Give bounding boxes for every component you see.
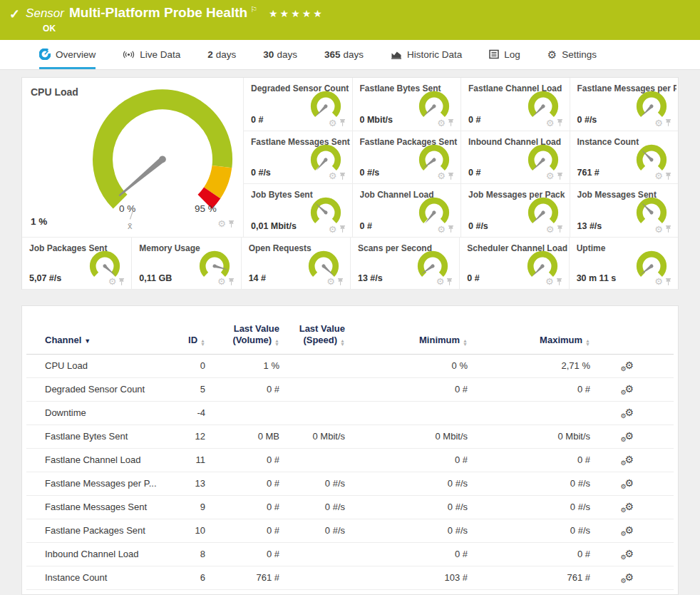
table-row-cpu-load[interactable]: CPU Load01 %0 %2,71 %⚙⚙ — [26, 355, 674, 378]
gauge-panel-scans-per-second[interactable]: Scans per Second13 #/s⚙ — [350, 238, 459, 290]
table-row-fastlane-channel-load[interactable]: Fastlane Channel Load110 #0 #0 #⚙⚙ — [26, 449, 674, 472]
table-row-inbound-channel-load[interactable]: Inbound Channel Load80 #0 #0 #⚙⚙ — [26, 543, 674, 566]
cell-channel[interactable]: Instance Count — [45, 572, 173, 583]
gear-icon[interactable]: ⚙ — [654, 277, 663, 286]
pin-icon[interactable] — [448, 225, 454, 233]
pin-icon[interactable] — [339, 118, 346, 127]
gear-icon[interactable]: ⚙ — [437, 118, 446, 128]
channel-settings-icon[interactable]: ⚙⚙ — [624, 384, 634, 394]
pin-icon[interactable] — [556, 278, 562, 286]
gauge-panel-job-bytes-sent[interactable]: Job Bytes Sent0,01 Mbit/s⚙ — [243, 184, 352, 238]
pin-icon[interactable] — [557, 225, 563, 233]
channel-settings-icon[interactable]: ⚙⚙ — [624, 478, 634, 488]
gauge-panel-job-messages-per-pack[interactable]: Job Messages per Pack0 #/s⚙ — [460, 184, 570, 238]
pin-icon[interactable] — [228, 220, 235, 228]
gear-icon[interactable]: ⚙ — [436, 277, 445, 286]
gear-icon[interactable]: ⚙ — [326, 277, 335, 286]
pin-icon[interactable] — [337, 278, 344, 286]
gauge-panel-memory-usage[interactable]: Memory Usage0,11 GB⚙ — [131, 238, 240, 290]
table-row-fastlane-bytes-sent[interactable]: Fastlane Bytes Sent120 MB0 Mbit/s0 Mbit/… — [26, 425, 674, 449]
pin-icon[interactable] — [118, 278, 125, 286]
gear-icon[interactable]: ⚙ — [217, 219, 226, 228]
tab-2-days[interactable]: 2days — [207, 40, 236, 69]
pin-icon[interactable] — [557, 172, 563, 180]
cell-channel[interactable]: Fastlane Packages Sent — [45, 525, 173, 536]
col-header-id[interactable]: ID▲▼ — [173, 335, 205, 346]
gear-icon[interactable]: ⚙ — [329, 118, 337, 128]
channel-settings-icon[interactable]: ⚙⚙ — [624, 502, 634, 512]
cell-channel[interactable]: CPU Load — [45, 360, 173, 371]
table-row-fastlane-packages-sent[interactable]: Fastlane Packages Sent100 #0 #/s0 #/s0 #… — [26, 519, 674, 543]
table-row-fastlane-messages-sent[interactable]: Fastlane Messages Sent90 #0 #/s0 #/s0 #/… — [26, 496, 674, 519]
channel-settings-icon[interactable]: ⚙⚙ — [624, 407, 634, 417]
gauge-panel-degraded-sensor-count[interactable]: Degraded Sensor Count0 #⚙ — [243, 78, 352, 131]
channel-settings-icon[interactable]: ⚙⚙ — [624, 431, 634, 441]
gear-icon[interactable]: ⚙ — [546, 118, 555, 128]
gear-icon[interactable]: ⚙ — [654, 171, 663, 180]
col-header-last-value-volume[interactable]: Last Value(Volume)▲▼ — [205, 323, 279, 347]
table-row-fastlane-messages-per-p[interactable]: Fastlane Messages per P...130 #0 #/s0 #/… — [26, 472, 674, 496]
gear-icon[interactable]: ⚙ — [108, 277, 117, 286]
cell-channel[interactable]: Downtime — [45, 407, 173, 418]
tab-log[interactable]: Log — [489, 40, 520, 69]
tab-30-days[interactable]: 30days — [263, 40, 297, 69]
gear-icon[interactable]: ⚙ — [546, 171, 555, 180]
channel-settings-icon[interactable]: ⚙⚙ — [624, 572, 634, 582]
gauge-panel-fastlane-messages-sent[interactable]: Fastlane Messages Sent0 #/s⚙ — [243, 131, 352, 185]
pin-icon[interactable] — [339, 225, 346, 233]
pin-icon[interactable] — [448, 172, 454, 180]
col-header-last-value-speed[interactable]: Last Value(Speed)▲▼ — [279, 323, 345, 347]
gauge-panel-instance-count[interactable]: Instance Count761 #⚙ — [570, 131, 679, 185]
col-header-channel[interactable]: Channel▼ — [45, 335, 173, 346]
pin-icon[interactable] — [557, 118, 563, 127]
tab-365-days[interactable]: 365days — [324, 40, 364, 69]
table-row-degraded-sensor-count[interactable]: Degraded Sensor Count50 #0 #0 #⚙⚙ — [26, 378, 674, 402]
channel-settings-icon[interactable]: ⚙⚙ — [624, 525, 634, 535]
gauge-panel-open-requests[interactable]: Open Requests14 #⚙ — [241, 238, 350, 290]
channel-settings-icon[interactable]: ⚙⚙ — [624, 549, 634, 559]
gear-icon[interactable]: ⚙ — [329, 171, 337, 180]
flag-icon[interactable]: ⚐ — [250, 5, 257, 14]
col-header-maximum[interactable]: Maximum▲▼ — [468, 335, 590, 346]
gauge-panel-fastlane-channel-load[interactable]: Fastlane Channel Load0 #⚙ — [460, 78, 570, 131]
tab-historic-data[interactable]: Historic Data — [391, 40, 462, 69]
gear-icon[interactable]: ⚙ — [654, 118, 663, 128]
tab-live-data[interactable]: Live Data — [123, 40, 180, 69]
col-header-minimum[interactable]: Minimum▲▼ — [345, 335, 468, 346]
pin-icon[interactable] — [228, 278, 235, 286]
cell-channel[interactable]: Degraded Sensor Count — [45, 384, 173, 395]
gear-icon[interactable]: ⚙ — [329, 225, 337, 234]
gear-icon[interactable]: ⚙ — [217, 277, 226, 286]
gauge-panel-fastlane-messages-per-pack[interactable]: Fastlane Messages per Pack0 #/s⚙ — [570, 78, 679, 131]
gear-icon[interactable]: ⚙ — [654, 225, 663, 234]
pin-icon[interactable] — [448, 118, 454, 127]
cell-channel[interactable]: Fastlane Messages Sent — [45, 502, 173, 512]
gear-icon[interactable]: ⚙ — [545, 277, 554, 286]
pin-icon[interactable] — [665, 118, 671, 127]
cell-channel[interactable]: Fastlane Channel Load — [45, 454, 173, 465]
priority-stars[interactable]: ★★★★★ — [269, 8, 324, 19]
pin-icon[interactable] — [665, 278, 671, 286]
channel-settings-icon[interactable]: ⚙⚙ — [624, 360, 634, 370]
gauge-panel-fastlane-bytes-sent[interactable]: Fastlane Bytes Sent0 Mbit/s⚙ — [352, 78, 461, 131]
pin-icon[interactable] — [339, 172, 346, 180]
table-row-instance-count[interactable]: Instance Count6761 #103 #761 #⚙⚙ — [26, 566, 674, 590]
pin-icon[interactable] — [665, 225, 671, 233]
gauge-panel-inbound-channel-load[interactable]: Inbound Channel Load0 #⚙ — [460, 131, 570, 185]
gear-icon[interactable]: ⚙ — [437, 171, 446, 180]
gauge-panel-uptime[interactable]: Uptime30 m 11 s⚙ — [569, 238, 678, 290]
gear-icon[interactable]: ⚙ — [437, 225, 446, 234]
gauge-panel-job-messages-sent[interactable]: Job Messages Sent13 #/s⚙ — [570, 184, 679, 238]
cell-channel[interactable]: Fastlane Bytes Sent — [45, 431, 173, 442]
channel-settings-icon[interactable]: ⚙⚙ — [624, 454, 634, 464]
cell-channel[interactable]: Inbound Channel Load — [45, 549, 173, 559]
gauge-panel-fastlane-packages-sent[interactable]: Fastlane Packages Sent0 #/s⚙ — [352, 131, 461, 185]
pin-icon[interactable] — [665, 172, 671, 180]
gauge-panel-job-channel-load[interactable]: Job Channel Load0 #⚙ — [352, 184, 461, 238]
tab-overview[interactable]: Overview — [39, 40, 96, 69]
gauge-panel-cpu-load[interactable]: CPU Load x̄ 0 % 95 % 1 % ⚙ — [22, 78, 243, 238]
gear-icon[interactable]: ⚙ — [546, 225, 555, 234]
table-row-downtime[interactable]: Downtime-4⚙⚙ — [26, 402, 674, 425]
gauge-panel-scheduler-channel-load[interactable]: Scheduler Channel Load0 #⚙ — [459, 238, 568, 290]
pin-icon[interactable] — [446, 278, 453, 286]
